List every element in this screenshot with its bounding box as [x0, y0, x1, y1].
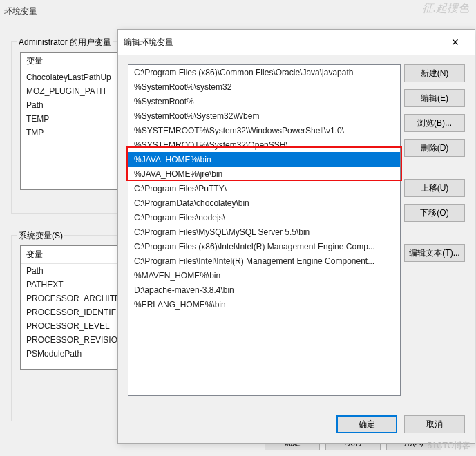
user-vars-label: Administrator 的用户变量 — [17, 37, 113, 48]
edit-dialog-body: C:\Program Files (x86)\Common Files\Orac… — [118, 55, 475, 74]
path-entry[interactable]: %JAVA_HOME%\bin — [128, 152, 400, 167]
system-var-item[interactable]: PROCESSOR_REVISION — [21, 333, 120, 347]
path-entry[interactable]: %SystemRoot%\System32\Wbem — [128, 108, 400, 123]
system-vars-header: 变量 — [21, 246, 120, 264]
move-up-button[interactable]: 上移(U) — [404, 179, 465, 197]
system-var-item[interactable]: PROCESSOR_ARCHITE — [21, 292, 120, 305]
edit-button[interactable]: 编辑(E) — [404, 89, 465, 107]
system-vars-label: 系统变量(S) — [17, 230, 64, 242]
path-entry[interactable]: C:\Program Files\MySQL\MySQL Server 5.5\… — [128, 225, 400, 239]
path-entry[interactable]: %SYSTEMROOT%\System32\WindowsPowerShell\… — [128, 123, 400, 137]
side-buttons: 新建(N) 编辑(E) 浏览(B)... 删除(D) 上移(U) 下移(O) 编… — [404, 64, 465, 262]
path-entries-list[interactable]: C:\Program Files (x86)\Common Files\Orac… — [128, 64, 401, 396]
system-var-item[interactable]: PSModulePath — [21, 347, 120, 361]
path-entry[interactable]: C:\Program Files\PuTTY\ — [128, 181, 400, 196]
system-var-item[interactable]: Path — [21, 264, 120, 278]
user-vars-list[interactable]: 变量 ChocolateyLastPathUp MOZ_PLUGIN_PATH … — [20, 52, 120, 190]
system-var-item[interactable]: PROCESSOR_IDENTIFI — [21, 305, 120, 319]
close-icon[interactable]: ✕ — [441, 32, 469, 52]
edit-dialog-bottom-buttons: 确定 取消 — [336, 415, 465, 433]
user-vars-header: 变量 — [21, 53, 120, 70]
user-var-item[interactable]: MOZ_PLUGIN_PATH — [21, 84, 120, 98]
user-var-item[interactable]: Path — [21, 98, 120, 112]
path-entry[interactable]: %SystemRoot% — [128, 94, 400, 108]
new-button[interactable]: 新建(N) — [404, 64, 465, 82]
cancel-button[interactable]: 取消 — [404, 415, 465, 433]
dialog-title: 环境变量 — [4, 6, 37, 17]
move-down-button[interactable]: 下移(O) — [404, 204, 465, 222]
edit-dialog-titlebar: 编辑环境变量 ✕ — [118, 30, 475, 55]
path-entry[interactable]: C:\Program Files\nodejs\ — [128, 210, 400, 225]
system-vars-list[interactable]: 变量 Path PATHEXT PROCESSOR_ARCHITE PROCES… — [20, 245, 120, 370]
system-var-item[interactable]: PROCESSOR_LEVEL — [21, 319, 120, 333]
user-var-item[interactable]: TMP — [21, 126, 120, 140]
delete-button[interactable]: 删除(D) — [404, 139, 465, 157]
path-entry[interactable]: %JAVA_HOME%\jre\bin — [128, 167, 400, 181]
edit-dialog-title: 编辑环境变量 — [124, 37, 441, 48]
path-entry[interactable]: %SystemRoot%\system32 — [128, 79, 400, 94]
path-entry[interactable]: C:\Program Files\Intel\Intel(R) Manageme… — [128, 254, 400, 268]
path-entry[interactable]: C:\Program Files (x86)\Intel\Intel(R) Ma… — [128, 239, 400, 254]
browse-button[interactable]: 浏览(B)... — [404, 114, 465, 132]
path-entry[interactable]: %MAVEN_HOME%\bin — [128, 268, 400, 283]
path-entry[interactable]: %SYSTEMROOT%\System32\OpenSSH\ — [128, 137, 400, 152]
ok-button[interactable]: 确定 — [336, 415, 397, 433]
user-var-item[interactable]: ChocolateyLastPathUp — [21, 70, 120, 84]
path-entry[interactable]: C:\Program Files (x86)\Common Files\Orac… — [128, 65, 400, 79]
edit-text-button[interactable]: 编辑文本(T)... — [404, 244, 465, 262]
system-var-item[interactable]: PATHEXT — [21, 278, 120, 292]
watermark-bottom: 51CTO博客 — [428, 440, 470, 452]
path-entry[interactable]: %ERLANG_HOME%\bin — [128, 297, 400, 312]
path-entry[interactable]: D:\apache-maven-3.8.4\bin — [128, 283, 400, 297]
edit-env-var-dialog: 编辑环境变量 ✕ C:\Program Files (x86)\Common F… — [117, 29, 475, 444]
path-entry[interactable]: C:\ProgramData\chocolatey\bin — [128, 196, 400, 210]
user-var-item[interactable]: TEMP — [21, 112, 120, 126]
watermark-top: 征.起樓色 — [422, 1, 469, 16]
